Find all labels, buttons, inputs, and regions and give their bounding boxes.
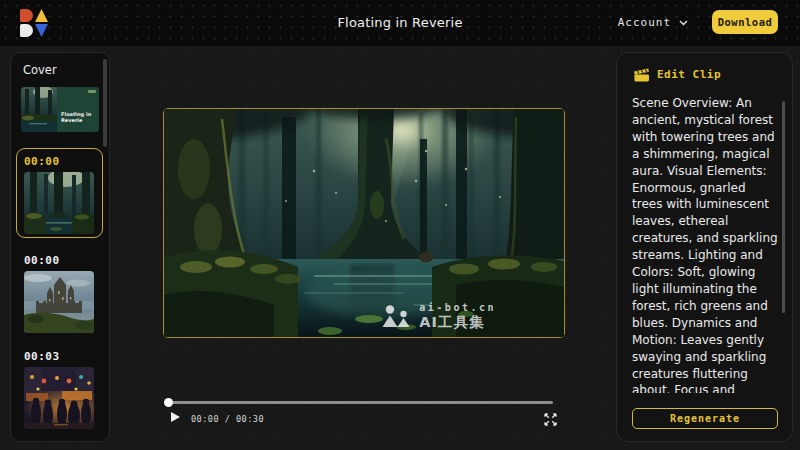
cover-brand-mark bbox=[88, 90, 96, 93]
logo-shape-blue bbox=[35, 24, 48, 37]
clip-description-input[interactable]: Scene Overview: An ancient, mystical for… bbox=[632, 95, 779, 393]
clip-timestamp: 00:03 bbox=[24, 350, 102, 363]
progress-bar[interactable] bbox=[165, 401, 553, 404]
app-logo-icon[interactable] bbox=[20, 9, 48, 37]
top-bar: Floating in Reverie Account Download bbox=[0, 0, 800, 46]
clip-card-3[interactable]: 00:03 bbox=[16, 343, 103, 433]
cover-label: Cover bbox=[23, 63, 57, 77]
edit-clip-header: Edit Clip bbox=[633, 67, 721, 82]
clapperboard-icon bbox=[633, 67, 650, 82]
forest-video-frame-image bbox=[164, 109, 564, 337]
logo-shape-white bbox=[20, 24, 33, 37]
chevron-down-icon bbox=[679, 20, 688, 26]
description-scrollbar[interactable] bbox=[782, 101, 785, 313]
cover-thumbnail[interactable]: Floating in Reverie bbox=[21, 87, 99, 132]
sidebar-scrollbar[interactable] bbox=[103, 59, 107, 147]
edit-clip-title: Edit Clip bbox=[657, 68, 721, 81]
clip-timestamp: 00:00 bbox=[24, 254, 102, 267]
download-button[interactable]: Download bbox=[712, 10, 778, 34]
video-preview[interactable]: ai-bot.cn AI工具集 bbox=[163, 108, 565, 338]
fullscreen-button[interactable] bbox=[544, 411, 557, 424]
cover-title-area: Floating in Reverie bbox=[57, 87, 99, 132]
forest-thumbnail bbox=[24, 172, 94, 234]
account-menu[interactable]: Account bbox=[618, 16, 688, 29]
clip-card-1[interactable]: 00:00 bbox=[16, 148, 103, 238]
clips-sidebar: Cover bbox=[10, 52, 110, 442]
castle-thumbnail bbox=[24, 271, 94, 333]
cover-forest-image bbox=[21, 87, 57, 132]
clip-timestamp: 00:00 bbox=[24, 155, 102, 168]
regenerate-button[interactable]: Regenerate bbox=[632, 408, 778, 429]
logo-shape-red bbox=[20, 9, 33, 22]
time-display: 00:00 / 00:30 bbox=[191, 414, 264, 424]
play-icon bbox=[171, 412, 180, 422]
page-title: Floating in Reverie bbox=[337, 15, 462, 30]
play-button[interactable] bbox=[171, 412, 183, 424]
app-window: Floating in Reverie Account Download Cov… bbox=[0, 0, 800, 450]
fullscreen-icon bbox=[544, 413, 557, 426]
progress-handle[interactable] bbox=[164, 398, 173, 407]
logo-shape-yellow bbox=[35, 9, 48, 22]
edit-clip-panel: Edit Clip Scene Overview: An ancient, my… bbox=[616, 52, 793, 442]
cover-title-text: Floating in Reverie bbox=[61, 111, 95, 123]
night-market-thumbnail bbox=[24, 367, 94, 429]
account-label: Account bbox=[618, 16, 671, 29]
clip-card-2[interactable]: 00:00 bbox=[16, 247, 103, 337]
